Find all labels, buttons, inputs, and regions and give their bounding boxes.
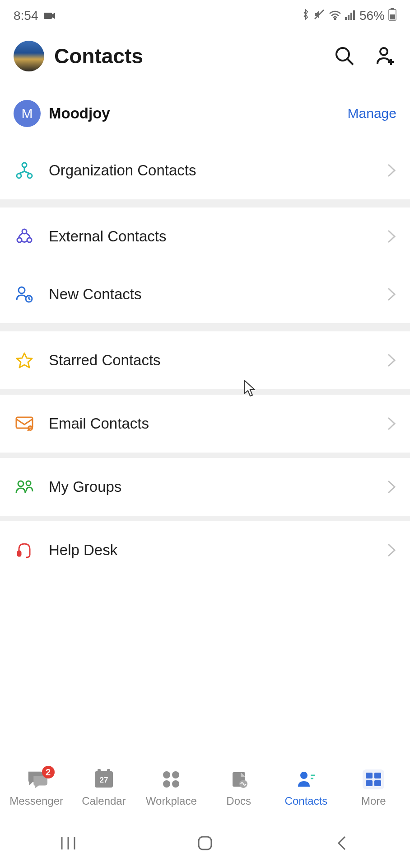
chevron-right-icon bbox=[387, 416, 396, 431]
svg-point-17 bbox=[28, 174, 32, 178]
page-title: Contacts bbox=[54, 44, 323, 68]
row-label: New Contacts bbox=[49, 286, 387, 303]
recent-apps-button[interactable] bbox=[55, 830, 82, 857]
battery-percent: 56% bbox=[359, 9, 385, 23]
nav-label: Calendar bbox=[82, 795, 126, 807]
svg-point-30 bbox=[163, 780, 170, 788]
svg-point-16 bbox=[17, 174, 21, 178]
add-person-icon bbox=[375, 46, 396, 66]
row-label: External Contacts bbox=[49, 228, 387, 245]
row-email-contacts[interactable]: Email Contacts bbox=[0, 395, 410, 453]
chevron-right-icon bbox=[387, 479, 396, 495]
svg-line-11 bbox=[348, 59, 353, 65]
nav-contacts[interactable]: Contacts bbox=[272, 769, 340, 807]
row-my-groups[interactable]: My Groups bbox=[0, 458, 410, 516]
svg-point-10 bbox=[336, 48, 349, 61]
svg-point-25 bbox=[18, 481, 23, 486]
mute-icon bbox=[313, 9, 325, 24]
battery-icon bbox=[388, 8, 396, 24]
home-icon bbox=[196, 834, 214, 852]
svg-rect-5 bbox=[350, 13, 352, 20]
chevron-right-icon bbox=[387, 287, 396, 302]
svg-rect-27 bbox=[18, 551, 21, 556]
svg-point-12 bbox=[380, 48, 387, 55]
nav-label: Messenger bbox=[9, 795, 63, 807]
svg-point-31 bbox=[172, 780, 179, 788]
svg-point-26 bbox=[26, 481, 31, 486]
row-external-contacts[interactable]: External Contacts bbox=[0, 208, 410, 265]
calendar-icon: 27 bbox=[93, 769, 115, 790]
org-name: Moodjoy bbox=[49, 105, 348, 122]
workplace-icon bbox=[160, 769, 182, 790]
svg-rect-3 bbox=[345, 17, 347, 20]
contacts-icon bbox=[295, 769, 317, 790]
signal-icon bbox=[345, 9, 356, 23]
app-header: Contacts bbox=[0, 32, 410, 85]
row-label: Starred Contacts bbox=[49, 352, 387, 369]
svg-point-19 bbox=[17, 238, 22, 242]
email-icon bbox=[14, 413, 35, 434]
home-button[interactable] bbox=[191, 830, 219, 857]
org-avatar: M bbox=[14, 100, 41, 127]
bluetooth-icon bbox=[302, 9, 310, 24]
svg-point-21 bbox=[19, 287, 25, 293]
content-scroll[interactable]: M Moodjoy Manage Organization Contacts E… bbox=[0, 85, 410, 753]
row-label: Help Desk bbox=[49, 542, 387, 559]
row-starred-contacts[interactable]: Starred Contacts bbox=[0, 331, 410, 389]
search-button[interactable] bbox=[333, 45, 356, 67]
external-icon bbox=[14, 226, 35, 247]
status-bar: 8:54 56% bbox=[0, 0, 410, 32]
back-button[interactable] bbox=[328, 830, 355, 857]
nav-workplace[interactable]: Workplace bbox=[138, 769, 205, 807]
manage-link[interactable]: Manage bbox=[348, 106, 396, 121]
star-icon bbox=[14, 349, 35, 371]
row-help-desk[interactable]: Help Desk bbox=[0, 521, 410, 579]
svg-point-29 bbox=[172, 771, 179, 778]
nav-label: Docs bbox=[226, 795, 251, 807]
nav-label: Contacts bbox=[285, 795, 328, 807]
row-new-contacts[interactable]: New Contacts bbox=[0, 265, 410, 323]
svg-rect-9 bbox=[390, 14, 395, 19]
chevron-right-icon bbox=[387, 229, 396, 244]
svg-point-20 bbox=[27, 238, 32, 242]
docs-icon bbox=[228, 769, 250, 790]
bottom-nav: 2 Messenger 27 Calendar Workplace Docs C… bbox=[0, 753, 410, 818]
nav-calendar[interactable]: 27 Calendar bbox=[70, 769, 137, 807]
recents-icon bbox=[59, 834, 77, 852]
system-nav-bar bbox=[0, 818, 410, 868]
svg-point-15 bbox=[22, 163, 27, 167]
organization-row[interactable]: M Moodjoy Manage bbox=[0, 85, 410, 142]
chevron-right-icon bbox=[387, 163, 396, 178]
status-time: 8:54 bbox=[14, 9, 38, 23]
nav-docs[interactable]: Docs bbox=[205, 769, 272, 807]
new-contact-icon bbox=[14, 283, 35, 305]
profile-avatar[interactable] bbox=[14, 41, 44, 71]
headset-icon bbox=[14, 539, 35, 561]
svg-rect-4 bbox=[348, 15, 349, 20]
camera-icon bbox=[44, 9, 56, 23]
nav-label: More bbox=[361, 795, 386, 807]
row-label: Organization Contacts bbox=[49, 162, 387, 179]
add-contact-button[interactable] bbox=[374, 45, 396, 67]
nav-label: Workplace bbox=[146, 795, 197, 807]
wifi-icon bbox=[329, 9, 341, 23]
groups-icon bbox=[14, 476, 35, 498]
row-label: Email Contacts bbox=[49, 415, 387, 432]
svg-point-18 bbox=[22, 229, 27, 234]
messenger-badge: 2 bbox=[42, 766, 55, 778]
search-icon bbox=[334, 46, 355, 66]
nav-more[interactable]: More bbox=[340, 769, 407, 807]
chevron-right-icon bbox=[387, 542, 396, 558]
row-organization-contacts[interactable]: Organization Contacts bbox=[0, 142, 410, 199]
chevron-right-icon bbox=[387, 353, 396, 368]
org-tree-icon bbox=[14, 160, 35, 181]
svg-point-2 bbox=[334, 19, 335, 20]
nav-messenger[interactable]: 2 Messenger bbox=[3, 769, 70, 807]
more-icon bbox=[363, 769, 384, 790]
svg-point-34 bbox=[300, 772, 308, 779]
svg-rect-0 bbox=[44, 13, 52, 19]
back-icon bbox=[335, 834, 349, 852]
svg-rect-6 bbox=[353, 10, 355, 20]
svg-point-28 bbox=[163, 771, 170, 778]
svg-rect-40 bbox=[199, 837, 211, 849]
